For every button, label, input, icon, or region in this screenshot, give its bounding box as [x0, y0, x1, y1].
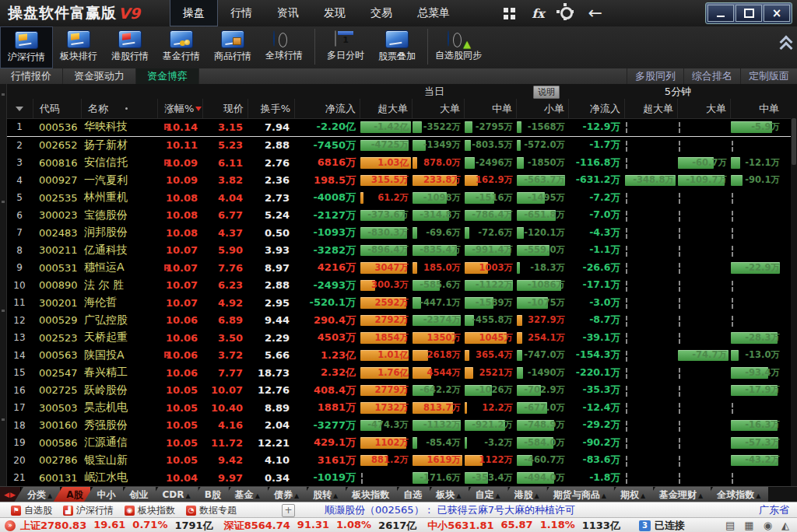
table-row[interactable]: 9000531穗恒运A10.07R7.768.974216万3047万185.0…: [6, 259, 791, 277]
toolbar-sector-rank[interactable]: 板块排行: [53, 26, 104, 67]
status-shortcut-1[interactable]: ▟沪深行情: [63, 504, 114, 517]
table-row[interactable]: 14000563陕国投A10.06R3.725.661.23亿1.01亿2618…: [6, 347, 791, 365]
menu-item-3[interactable]: 发现: [311, 0, 358, 26]
right-tab-0[interactable]: 多股同列: [627, 68, 683, 84]
note-button[interactable]: 说明: [533, 86, 560, 99]
alert-icon[interactable]: ◭: [781, 520, 789, 531]
view-tab-0[interactable]: 行情报价: [0, 68, 63, 84]
header-name[interactable]: 名称: [81, 99, 157, 118]
market-tab-17[interactable]: 全球指数▲: [704, 487, 768, 502]
tab-up-arrow-icon: ▲: [255, 492, 260, 499]
header-5min-netflow[interactable]: 净流入: [568, 99, 624, 118]
table-row[interactable]: 7002483润邦股份10.084.370.50-1093万-830.3万-69…: [6, 224, 791, 242]
left-marker-strip[interactable]: [0, 84, 7, 486]
cell-change-pct: 10.11: [157, 137, 202, 155]
vertical-scrollbar[interactable]: [791, 84, 797, 486]
toolbar-multiday-chart[interactable]: 1多日分时: [320, 26, 371, 67]
satellite-icon[interactable]: ◉: [764, 520, 772, 531]
header-day-large[interactable]: 大单: [412, 99, 464, 118]
cell-turnover: 0.50: [248, 224, 294, 242]
table-row[interactable]: 15002547春兴精工10.067.7718.732.32亿1.76亿4544…: [6, 364, 791, 382]
market-tab-14[interactable]: 期货与商品▲: [540, 487, 614, 502]
menu-item-2[interactable]: 资讯: [265, 0, 311, 26]
toolbar-global-market[interactable]: 全球行情: [258, 26, 310, 67]
header-row-selector[interactable]: [6, 99, 33, 118]
table-row[interactable]: 16002725跃岭股份10.0510.0712.76408.4万2779万-6…: [6, 382, 791, 400]
menu-item-0[interactable]: 操盘: [170, 0, 218, 26]
toolbar-stock-overlay[interactable]: 股票叠加: [371, 26, 423, 67]
market-tab-4[interactable]: CDR▲: [149, 487, 198, 502]
close-button[interactable]: ×: [764, 5, 790, 22]
header-5min-super[interactable]: 超大单: [624, 99, 677, 118]
cell-5min-large: [677, 294, 730, 312]
table-row[interactable]: 1000536华映科技10.14R3.157.94-2.20亿-1.42亿-35…: [6, 118, 791, 137]
cell-day-netflow: 4503万: [294, 329, 360, 347]
r-flag: R: [163, 350, 170, 360]
minimize-button[interactable]: [707, 5, 734, 22]
cell-day-small: -1086万: [516, 277, 568, 295]
table-row[interactable]: 20002786银宝山新10.059.424.103161万881.2万1619…: [6, 452, 791, 470]
flow-value: -353.4万: [472, 469, 513, 487]
table-row[interactable]: 21600131岷江水电10.049.970.34-1019万-171.6万-3…: [6, 469, 791, 487]
menu-item-4[interactable]: 交易: [358, 0, 405, 26]
header-5min-mid[interactable]: 中单: [730, 99, 783, 118]
header-day-mid[interactable]: 中单: [464, 99, 516, 118]
table-row[interactable]: 5002535林州重机10.084.042.73-4008万61.2万-1098…: [6, 189, 791, 207]
toolbar-hs-market[interactable]: 沪深行情: [0, 26, 53, 68]
zero-axis-dash: [626, 368, 627, 373]
status-shortcut-2[interactable]: ◉板块指数: [125, 504, 175, 517]
market-status-icon[interactable]: »: [5, 520, 16, 531]
table-row[interactable]: 17300503昊志机电10.0510.408.891881万1732万813.…: [6, 399, 791, 417]
formula-fx-icon[interactable]: fx: [532, 6, 544, 21]
cell-change-pct: 10.05: [157, 399, 202, 417]
table-row[interactable]: 12000529广弘控股10.066.899.44290.4万2792万-237…: [6, 312, 791, 330]
add-news-button[interactable]: +: [282, 504, 295, 517]
news-ticker[interactable]: 顺灏股份（002565）： 已获得云麻7号大麻的种植许可: [325, 503, 575, 517]
table-row[interactable]: 19000586汇源通信10.0511.7212.21429.1万1102万-8…: [6, 434, 791, 452]
cell-day-small: -584.0万: [516, 434, 568, 452]
market-tab-16[interactable]: 基金理财▲: [646, 487, 711, 502]
flow-value: -16.3万: [745, 417, 780, 435]
settings-gear-icon[interactable]: [560, 7, 573, 19]
monitor-icon[interactable]: ▦: [744, 520, 753, 531]
table-row[interactable]: 10000890法 尔 胜10.076.232.88-2493万300.3万-5…: [6, 277, 791, 295]
header-turnover[interactable]: 换手%: [248, 99, 294, 118]
region-label[interactable]: 广东省: [759, 503, 789, 517]
cell-day-netflow: 6816万: [294, 154, 360, 172]
header-day-super[interactable]: 超大单: [360, 99, 412, 118]
menu-item-5[interactable]: 总菜单: [405, 0, 462, 26]
status-shortcut-3[interactable]: ◔数据专题: [186, 504, 237, 517]
table-row[interactable]: 18300160秀强股份10.054.162.04-3277万-474.3万-1…: [6, 417, 791, 435]
toolbar-commodity-market[interactable]: 商品行情: [207, 26, 258, 67]
menu-item-1[interactable]: 行情: [218, 0, 265, 26]
view-tab-2[interactable]: 资金博弈: [136, 68, 199, 84]
maximize-button[interactable]: [736, 5, 762, 22]
header-code[interactable]: 代码: [33, 99, 81, 118]
table-row[interactable]: 13002523天桥起重10.063.502.294503万1854万1350万…: [6, 329, 791, 347]
header-change-pct[interactable]: 涨幅%: [157, 99, 202, 118]
toolbar-watchlist-sync[interactable]: ▲自选股同步: [433, 26, 484, 67]
back-arrow-icon[interactable]: ←: [588, 5, 602, 21]
table-row[interactable]: 4000927一汽夏利10.093.822.36198.5万315.5万233.…: [6, 172, 791, 190]
collapse-toolbar-button[interactable]: [781, 37, 791, 50]
keyboard-icon[interactable]: ▤: [725, 520, 735, 531]
layout-grid-icon[interactable]: [504, 8, 508, 12]
toolbar-hk-market[interactable]: 港股行情: [104, 26, 156, 67]
header-day-small[interactable]: 小单: [516, 99, 568, 118]
header-5min-large[interactable]: 大单: [677, 99, 730, 118]
status-shortcut-0[interactable]: ⚑自选股: [11, 504, 52, 517]
cell-change-pct: 10.05: [157, 434, 202, 452]
table-row[interactable]: 2002652扬子新材10.115.232.88-7450万-4725万-134…: [6, 137, 791, 155]
market-tab-9[interactable]: 板块指数: [339, 487, 397, 502]
table-row[interactable]: 8300211亿通科技10.075.903.93-3282万-896.4万-83…: [6, 242, 791, 260]
header-day-netflow[interactable]: 净流入: [294, 99, 360, 118]
table-row[interactable]: 3600816安信信托10.09R6.112.766816万1.03亿878.0…: [6, 154, 791, 172]
right-tab-1[interactable]: 综合排名: [683, 68, 740, 84]
header-price[interactable]: 现价: [202, 99, 248, 118]
toolbar-fund-market[interactable]: 基金行情: [156, 26, 207, 67]
table-row[interactable]: 6300023宝德股份10.086.775.24-2127万-373.6万-31…: [6, 207, 791, 225]
table-row[interactable]: 11300201海伦哲10.074.922.95-520.1万2592万-447…: [6, 294, 791, 312]
right-tab-2[interactable]: 定制版面: [740, 68, 797, 84]
view-tab-1[interactable]: 资金驱动力: [63, 68, 136, 84]
scrollbar-thumb[interactable]: [792, 118, 796, 165]
